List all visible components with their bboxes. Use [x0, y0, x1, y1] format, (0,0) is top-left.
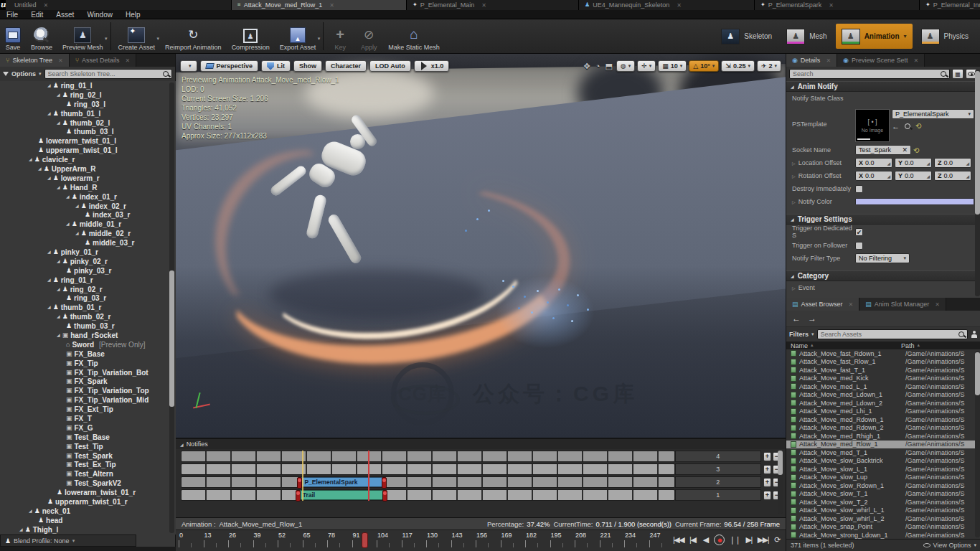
- add-track-button[interactable]: +: [763, 465, 771, 474]
- notifies-scrollbar[interactable]: [778, 451, 783, 514]
- expand-arrow-icon[interactable]: ◢: [57, 314, 60, 319]
- camera-speed-button[interactable]: ✈ 2 ▾: [757, 60, 781, 72]
- search-input[interactable]: [821, 331, 958, 338]
- chevron-down-icon[interactable]: ▾: [157, 36, 160, 42]
- chevron-down-icon[interactable]: ▾: [904, 33, 907, 39]
- expand-icon[interactable]: ▷: [792, 161, 796, 166]
- notify-track-grid[interactable]: P_ElementalSpark: [181, 476, 675, 488]
- asset-row[interactable]: Attack_Move_med_Rhigh_1 /Game/Animations…: [786, 432, 980, 441]
- notify-track-grid[interactable]: Trail: [181, 489, 675, 501]
- asset-row[interactable]: Attack_Move_med_Rlow_1 /Game/Animations/…: [786, 441, 980, 449]
- search-input[interactable]: [48, 70, 163, 77]
- ruler-tick[interactable]: 0: [179, 532, 204, 550]
- blend-profile-bar[interactable]: Blend Profile: None ▾: [0, 534, 136, 547]
- rotation-offset-y-field[interactable]: Y0.0◢: [895, 171, 932, 181]
- skeleton-tree-item[interactable]: Test_Altern: [0, 469, 176, 479]
- expand-arrow-icon[interactable]: ◢: [47, 110, 51, 116]
- skeleton-tree-item[interactable]: ◢ clavicle_r: [0, 155, 176, 164]
- notify-track[interactable]: Trail 1 + −: [181, 489, 781, 501]
- details-scrollbar[interactable]: [975, 70, 980, 296]
- asset-row[interactable]: Attack_Move_med_Ldown_2 /Game/Animations…: [786, 399, 980, 408]
- browse-to-asset-button[interactable]: [905, 123, 910, 129]
- menu-asset[interactable]: Asset: [50, 11, 80, 19]
- skeleton-tree-item[interactable]: ◢ hand_rSocket: [0, 331, 176, 340]
- skeleton-tree-item[interactable]: ◢ pinky_02_r: [0, 257, 176, 266]
- ruler-tick[interactable]: 208: [575, 532, 600, 550]
- skeleton-tree-item[interactable]: ◢ neck_01: [0, 507, 176, 516]
- expand-arrow-icon[interactable]: ◢: [75, 203, 79, 208]
- forward-button[interactable]: →: [808, 314, 816, 324]
- expand-arrow-icon[interactable]: ◢: [47, 304, 51, 309]
- tab-p-elemental-inner[interactable]: ✦ P_Elemental_Inner ✕: [920, 0, 980, 10]
- skeleton-tree-search[interactable]: [44, 69, 172, 79]
- asset-row[interactable]: Attack_Move_slow_Lup /Game/Animations/S: [786, 474, 980, 482]
- menu-file[interactable]: File: [0, 11, 24, 19]
- asset-row[interactable]: Attack_Move_slow_whirl_L_2 /Game/Animati…: [786, 514, 980, 523]
- ruler-tick[interactable]: 52: [278, 532, 303, 550]
- chevron-down-icon[interactable]: ▾: [105, 36, 108, 42]
- expand-arrow-icon[interactable]: ◢: [66, 221, 70, 226]
- location-offset-x-field[interactable]: X0.0◢: [855, 158, 892, 168]
- reset-to-default-button[interactable]: ⟲: [915, 122, 921, 130]
- use-selected-asset-button[interactable]: ←: [892, 122, 900, 131]
- menu-window[interactable]: Window: [80, 11, 119, 19]
- skeleton-tree-item[interactable]: Test_SparkV2: [0, 479, 176, 488]
- playback-speed-button[interactable]: x1.0: [414, 60, 450, 72]
- skeleton-tree-item[interactable]: Test_Base: [0, 433, 176, 442]
- skeleton-tree-item[interactable]: ◢ ring_02_l: [0, 90, 176, 100]
- skeleton-tree-item[interactable]: lowerarm_twist_01_l: [0, 136, 176, 146]
- skip-to-start-button[interactable]: |◀◀: [672, 532, 685, 547]
- event-row[interactable]: ▷Event: [786, 281, 980, 294]
- skeleton-tree-item[interactable]: ◢ index_01_r: [0, 192, 176, 202]
- notify-track-grid[interactable]: [181, 451, 675, 462]
- close-icon[interactable]: ✕: [329, 2, 334, 9]
- notify-track[interactable]: 4 + −: [181, 451, 781, 462]
- ruler-tick[interactable]: 169: [501, 532, 526, 550]
- skip-to-end-button[interactable]: ▶▶|: [756, 532, 770, 547]
- scale-snap-button[interactable]: ⇲ 0.25 ▾: [721, 60, 755, 72]
- playhead-handle[interactable]: [362, 532, 368, 548]
- skeleton-tree-item[interactable]: ◢ ring_01_r: [0, 276, 176, 285]
- mode-mesh[interactable]: Mesh: [779, 19, 834, 53]
- asset-row[interactable]: Attack_Move_strong_Ldown_1 /Game/Animati…: [786, 531, 980, 539]
- asset-list[interactable]: Attack_Move_fast_Rdown_1 /Game/Animation…: [786, 349, 980, 539]
- notify-track[interactable]: P_ElementalSpark 2 + −: [181, 476, 781, 488]
- ruler-tick[interactable]: 78: [327, 532, 352, 550]
- ruler-tick[interactable]: 221: [600, 532, 625, 550]
- expand-arrow-icon[interactable]: ◢: [19, 527, 23, 532]
- tab-skeleton-tree[interactable]: ⑂ Skeleton Tree ✕: [0, 54, 70, 67]
- location-offset-z-field[interactable]: Z0.0◢: [934, 158, 971, 168]
- skeleton-tree-item[interactable]: ◢ thumb_02_r: [0, 312, 176, 321]
- asset-list-scrollbar[interactable]: [975, 351, 980, 537]
- skeleton-tree-item[interactable]: ring_03_l: [0, 100, 176, 109]
- skeleton-tree-item[interactable]: upperarm_twist_01_l: [0, 146, 176, 155]
- tab-p-elemental-main[interactable]: ✦ P_Elemental_Main ✕: [407, 0, 579, 10]
- expand-arrow-icon[interactable]: ◢: [75, 230, 79, 235]
- ruler-tick[interactable]: 156: [476, 532, 501, 550]
- tab-preview-scene-settings[interactable]: ◉ Preview Scene Sett ✕: [837, 54, 925, 67]
- skeleton-tree-item[interactable]: FX_Tip_Variation_Bot: [0, 368, 176, 377]
- skeleton-tree-item[interactable]: head: [0, 516, 176, 525]
- options-button[interactable]: Options: [11, 70, 36, 77]
- skeleton-tree-item[interactable]: FX_Tip_Variation_Mid: [0, 395, 176, 405]
- asset-row[interactable]: Attack_Move_slow_T_2 /Game/Animations/S: [786, 498, 980, 507]
- display-filter-button[interactable]: ▦: [952, 69, 963, 79]
- camera-orbit-icon[interactable]: ◔: [594, 62, 602, 71]
- character-button[interactable]: Character: [325, 60, 367, 72]
- grid-snap-button[interactable]: ▦ 10 ▾: [658, 60, 687, 72]
- anim-notify-section-header[interactable]: ◢ Anim Notify: [786, 81, 980, 92]
- reset-to-default-button[interactable]: ⟲: [913, 146, 919, 154]
- skeleton-tree-item[interactable]: lowerarm_twist_01_r: [0, 488, 176, 497]
- asset-row[interactable]: Attack_Move_slow_whirl_L_1 /Game/Animati…: [786, 507, 980, 515]
- tab-anim-slot-manager[interactable]: ▤ Anim Slot Manager ✕: [859, 298, 946, 311]
- skeleton-tree-item[interactable]: ◢ Thigh_l: [0, 525, 176, 534]
- world-relative-transform-button[interactable]: ◍ ▾: [616, 60, 635, 72]
- expand-arrow-icon[interactable]: ◢: [57, 184, 60, 189]
- compression-button[interactable]: Compression: [227, 19, 275, 53]
- mode-animation[interactable]: Animation ▾: [836, 24, 913, 49]
- export-asset-button[interactable]: Export Asset ▾: [275, 19, 321, 53]
- view-options-button[interactable]: View Options ▾: [923, 542, 976, 549]
- notify-filter-type-dropdown[interactable]: No Filtering ▾: [855, 253, 910, 263]
- ruler-tick[interactable]: 104: [377, 532, 402, 550]
- skeleton-tree-item[interactable]: Test_Ex_Tip: [0, 461, 176, 470]
